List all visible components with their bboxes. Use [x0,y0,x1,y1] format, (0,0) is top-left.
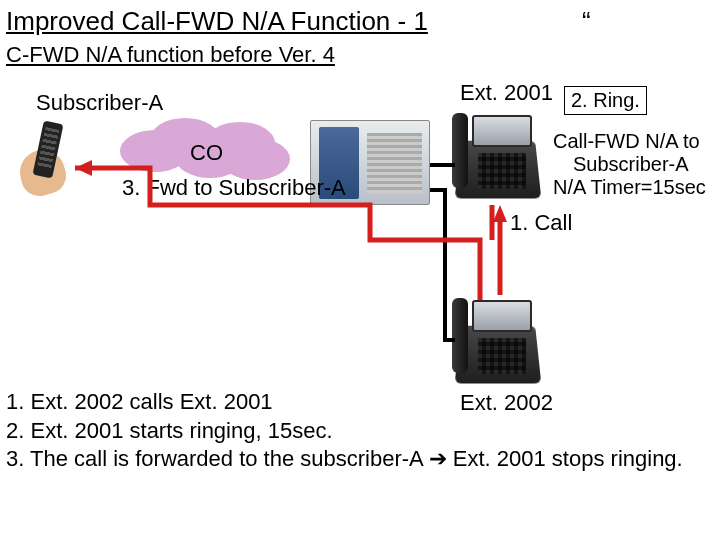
co-label: CO [190,140,223,166]
call-label: 1. Call [510,210,572,236]
ring-callout: 2. Ring. [564,86,647,115]
arrow-icon: ➔ [429,446,447,471]
cfwd-line2: Subscriber-A [553,153,706,176]
steps-list: 1. Ext. 2002 calls Ext. 2001 2. Ext. 200… [6,388,683,474]
step-3: 3. The call is forwarded to the subscrib… [6,445,683,474]
page-title: Improved Call-FWD N/A Function - 1 [6,6,428,37]
step-1: 1. Ext. 2002 calls Ext. 2001 [6,388,683,417]
step-3b: Ext. 2001 stops ringing. [447,446,683,471]
quote-mark: “ [582,6,591,37]
ext-2001-label: Ext. 2001 [460,80,553,106]
subtitle: C-FWD N/A function before Ver. 4 [6,42,335,68]
fwd-to-subscriber-label: 3. Fwd to Subscriber-A [122,175,346,201]
cfwd-line3: N/A Timer=15sec [553,176,706,199]
step-3a: 3. The call is forwarded to the subscrib… [6,446,429,471]
subscriber-a-label: Subscriber-A [36,90,163,116]
cfwd-line1: Call-FWD N/A to [553,130,706,153]
phone-ext-2001-graphic [450,105,545,205]
phone-ext-2002-graphic [450,290,545,390]
call-fwd-info: Call-FWD N/A to Subscriber-A N/A Timer=1… [553,130,706,199]
subscriber-hand-graphic [10,120,80,205]
step-2: 2. Ext. 2001 starts ringing, 15sec. [6,417,683,446]
svg-marker-1 [493,205,507,222]
